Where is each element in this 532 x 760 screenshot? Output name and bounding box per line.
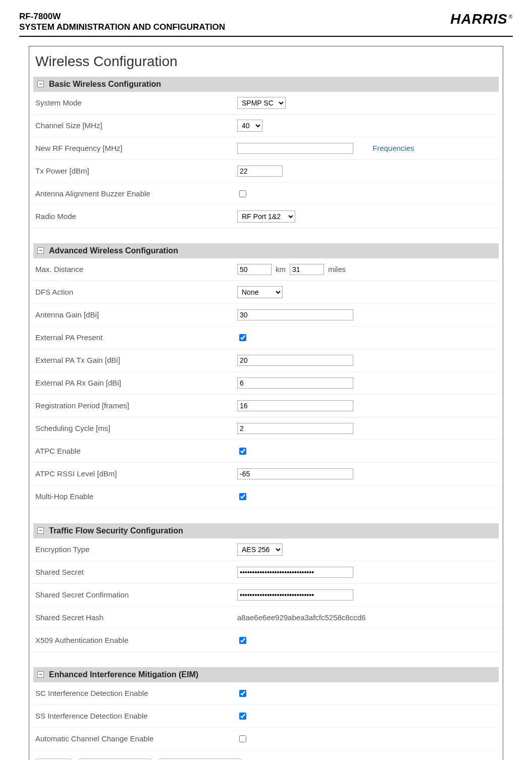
row-multihop: Multi-Hop Enable [33,485,499,508]
sched-cycle-input[interactable] [237,423,353,434]
miles-unit: miles [328,265,346,274]
ss-detect-checkbox[interactable] [239,713,246,720]
apply-define-button[interactable]: Apply & Define Link [158,758,242,761]
row-hash: Shared Secret Hash a8ae6e6ee929abea3afcf… [33,607,499,629]
max-distance-mi-input[interactable] [290,264,324,275]
section-eim-header[interactable]: − Enhanced Interference Mitigation (EIM) [33,667,499,682]
multihop-label: Multi-Hop Enable [35,492,237,501]
buzzer-checkbox[interactable] [239,190,246,197]
row-ext-pa-tx: External PA Tx Gain [dBi] [33,349,499,372]
dfs-label: DFS Action [35,288,237,296]
multihop-checkbox[interactable] [239,493,246,500]
row-ext-pa-rx: External PA Rx Gain [dBi] [33,372,499,395]
auto-ch-checkbox[interactable] [239,735,246,742]
enc-type-select[interactable]: AES 256 [237,544,283,556]
section-basic-header[interactable]: − Basic Wireless Configuration [33,77,499,92]
antenna-gain-input[interactable] [237,309,353,320]
doc-model: RF-7800W [19,11,225,22]
system-mode-select[interactable]: SPMP SC [237,97,286,109]
collapse-icon[interactable]: − [37,81,44,87]
x509-checkbox[interactable] [239,637,246,644]
shared-secret-conf-label: Shared Secret Confirmation [35,590,237,599]
buzzer-label: Antenna Alignment Buzzer Enable [35,189,237,198]
collapse-icon[interactable]: − [37,527,44,534]
enc-type-label: Encryption Type [35,545,237,554]
reg-period-label: Registration Period [frames] [35,401,237,410]
tx-power-input[interactable] [237,166,283,177]
hash-label: Shared Secret Hash [35,613,237,622]
ext-pa-present-checkbox[interactable] [239,334,246,341]
collapse-icon[interactable]: − [37,671,44,678]
reg-period-input[interactable] [237,400,353,411]
ext-pa-rx-input[interactable] [237,377,353,389]
row-shared-secret: Shared Secret [33,561,499,584]
dfs-select[interactable]: None [237,286,283,298]
tx-power-label: Tx Power [dBm] [35,167,237,175]
section-advanced-title: Advanced Wireless Configuration [49,246,178,255]
new-rf-freq-label: New RF Frequency [MHz] [35,144,237,152]
row-auto-ch: Automatic Channel Change Enable [33,728,499,750]
row-sched-cycle: Scheduling Cycle [ms] [33,417,499,440]
auto-ch-label: Automatic Channel Change Enable [35,734,237,743]
row-reg-period: Registration Period [frames] [33,395,499,417]
ss-detect-label: SS Interference Detection Enable [35,712,237,720]
row-radio-mode: Radio Mode RF Port 1&2 [33,205,499,228]
system-mode-label: System Mode [35,98,237,107]
row-shared-secret-conf: Shared Secret Confirmation [33,584,499,607]
row-ss-detect: SS Interference Detection Enable [33,705,499,728]
row-ext-pa-present: External PA Present [33,327,499,349]
max-distance-label: Max. Distance [35,265,237,274]
row-new-rf-freq: New RF Frequency [MHz] Frequencies [33,137,499,160]
button-row: Apply Apply & Save All Apply & Define Li… [33,758,499,761]
atpc-rssi-label: ATPC RSSI Level [dBm] [35,469,237,478]
page-title: Wireless Configuration [35,53,499,70]
sc-detect-checkbox[interactable] [239,690,246,697]
shared-secret-input[interactable] [237,567,353,578]
hash-value: a8ae6e6ee929abea3afcfc5258c8ccd6 [237,613,365,622]
apply-button[interactable]: Apply [35,758,72,761]
section-basic-title: Basic Wireless Configuration [49,80,161,89]
document-header: RF-7800W SYSTEM ADMINISTRATION AND CONFI… [19,11,513,33]
max-distance-km-input[interactable] [237,264,272,275]
shared-secret-conf-input[interactable] [237,589,353,601]
header-divider [19,36,513,37]
row-enc-type: Encryption Type AES 256 [33,538,499,561]
shared-secret-label: Shared Secret [35,568,237,576]
section-tfs-title: Traffic Flow Security Configuration [49,526,183,535]
sched-cycle-label: Scheduling Cycle [ms] [35,424,237,432]
row-atpc-enable: ATPC Enable [33,440,499,463]
row-atpc-rssi: ATPC RSSI Level [dBm] [33,463,499,485]
collapse-icon[interactable]: − [37,247,44,254]
doc-section: SYSTEM ADMINISTRATION AND CONFIGURATION [19,22,225,32]
row-tx-power: Tx Power [dBm] [33,160,499,183]
row-sc-detect: SC Interference Detection Enable [33,682,499,705]
row-buzzer: Antenna Alignment Buzzer Enable [33,183,499,205]
ext-pa-tx-label: External PA Tx Gain [dBi] [35,356,237,364]
atpc-enable-checkbox[interactable] [239,448,246,455]
frequencies-link[interactable]: Frequencies [373,144,414,152]
row-channel-size: Channel Size [MHz] 40 [33,115,499,137]
row-system-mode: System Mode SPMP SC [33,92,499,115]
section-tfs-header[interactable]: − Traffic Flow Security Configuration [33,523,499,538]
radio-mode-label: Radio Mode [35,212,237,221]
x509-label: X509 Authentication Enable [35,636,237,644]
apply-save-button[interactable]: Apply & Save All [79,758,151,761]
brand-logo: HARRIS® [450,11,513,27]
km-unit: km [276,265,286,274]
new-rf-freq-input[interactable] [237,143,353,154]
channel-size-label: Channel Size [MHz] [35,121,237,130]
row-antenna-gain: Antenna Gain [dBi] [33,304,499,327]
channel-size-select[interactable]: 40 [237,120,262,132]
section-advanced-header[interactable]: − Advanced Wireless Configuration [33,243,499,258]
ext-pa-present-label: External PA Present [35,333,237,342]
ext-pa-rx-label: External PA Rx Gain [dBi] [35,378,237,387]
antenna-gain-label: Antenna Gain [dBi] [35,310,237,319]
row-max-distance: Max. Distance km miles [33,258,499,281]
ext-pa-tx-input[interactable] [237,355,353,366]
radio-mode-select[interactable]: RF Port 1&2 [237,210,295,223]
sc-detect-label: SC Interference Detection Enable [35,689,237,697]
atpc-enable-label: ATPC Enable [35,447,237,455]
row-dfs: DFS Action None [33,281,499,304]
atpc-rssi-input[interactable] [237,468,353,479]
config-screenshot: Wireless Configuration − Basic Wireless … [29,46,503,761]
